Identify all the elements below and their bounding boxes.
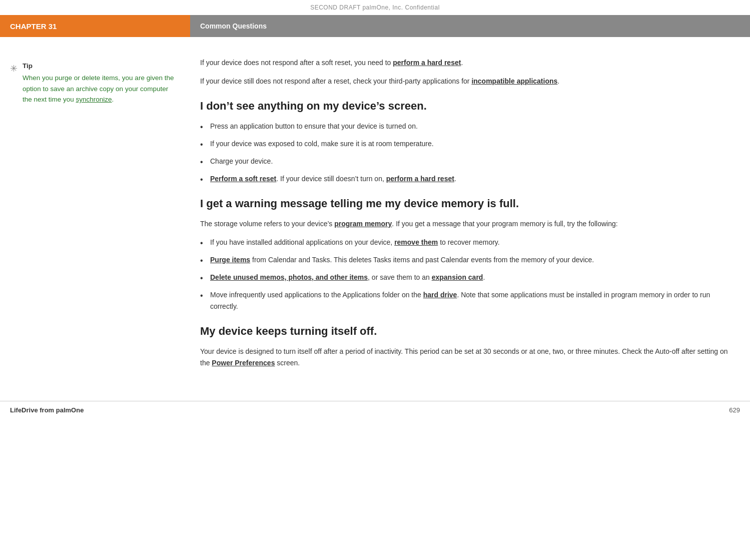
chapter-label: CHAPTER 31 [0, 15, 190, 37]
s2b1-pre: If you have installed additional applica… [210, 238, 394, 246]
tip-text-part2: . [112, 96, 114, 103]
tip-label: Tip [23, 62, 175, 70]
soft-reset-link[interactable]: Perform a soft reset [210, 175, 276, 183]
hard-reset-link-2[interactable]: perform a hard reset [386, 175, 454, 183]
header-bar: CHAPTER 31 Common Questions [0, 15, 750, 37]
para2-text: If your device still does not respond af… [200, 77, 471, 85]
footer: LifeDrive from palmOne 629 [0, 401, 750, 419]
section3-para: Your device is designed to turn itself o… [200, 346, 730, 369]
footer-page-number: 629 [729, 406, 740, 414]
hard-drive-link[interactable]: hard drive [423, 291, 457, 299]
s2-intro-pre: The storage volume refers to your device… [200, 220, 334, 228]
list-item: If your device was exposed to cold, make… [200, 138, 730, 150]
section2-intro: The storage volume refers to your device… [200, 218, 730, 230]
section2-bullet-list: If you have installed additional applica… [200, 237, 730, 312]
para-hard-reset: If your device does not respond after a … [200, 57, 730, 69]
section-title: Common Questions [190, 15, 750, 37]
list-item: Press an application button to ensure th… [200, 121, 730, 132]
synchronize-link[interactable]: synchronize [76, 96, 112, 103]
para1-end: . [461, 59, 463, 67]
s2b4-pre: Move infrequently used applications to t… [210, 291, 423, 299]
tip-text: When you purge or delete items, you are … [23, 73, 175, 105]
tip-content: Tip When you purge or delete items, you … [23, 62, 175, 105]
remove-them-link[interactable]: remove them [394, 238, 438, 246]
para1-text: If your device does not respond after a … [200, 59, 393, 67]
list-item: Perform a soft reset. If your device sti… [200, 173, 730, 185]
s1b4-mid: . If your device still doesn’t turn on, [276, 175, 386, 183]
hard-reset-link-1[interactable]: perform a hard reset [393, 59, 461, 67]
watermark: SECOND DRAFT palmOne, Inc. Confidential [0, 0, 750, 13]
purge-items-link[interactable]: Purge items [210, 256, 250, 264]
s3-para-end: screen. [275, 359, 300, 367]
expansion-card-link[interactable]: expansion card [432, 273, 483, 281]
list-item: Move infrequently used applications to t… [200, 289, 730, 312]
para2-end: . [557, 77, 559, 85]
list-item: Delete unused memos, photos, and other i… [200, 272, 730, 283]
para-incompatible: If your device still does not respond af… [200, 76, 730, 87]
s2b2-end: from Calendar and Tasks. This deletes Ta… [250, 256, 594, 264]
sidebar: ✳ Tip When you purge or delete items, yo… [0, 52, 190, 386]
footer-product-name: LifeDrive from palmOne [10, 406, 84, 414]
list-item: If you have installed additional applica… [200, 237, 730, 248]
section3-heading: My device keeps turning itself off. [200, 324, 730, 339]
section1-bullet-list: Press an application button to ensure th… [200, 121, 730, 185]
program-memory-link[interactable]: program memory [334, 220, 392, 228]
s2-intro-end: . If you get a message that your program… [392, 220, 617, 228]
tip-star-icon: ✳ [10, 63, 18, 74]
section1-heading: I don’t see anything on my device’s scre… [200, 99, 730, 114]
main-content: ✳ Tip When you purge or delete items, yo… [0, 37, 750, 386]
s2b3-mid: , or save them to an [368, 273, 432, 281]
section2-heading: I get a warning message telling me my de… [200, 197, 730, 211]
s2b3-end: . [483, 273, 485, 281]
s1b4-end: . [454, 175, 456, 183]
tip-container: ✳ Tip When you purge or delete items, yo… [10, 62, 175, 105]
power-preferences-link[interactable]: Power Preferences [212, 359, 275, 367]
s2b1-end: to recover memory. [438, 238, 499, 246]
body-content: If your device does not respond after a … [190, 52, 750, 386]
incompatible-link[interactable]: incompatible applications [471, 77, 557, 85]
delete-unused-link[interactable]: Delete unused memos, photos, and other i… [210, 273, 368, 281]
list-item: Charge your device. [200, 156, 730, 167]
list-item: Purge items from Calendar and Tasks. Thi… [200, 254, 730, 266]
